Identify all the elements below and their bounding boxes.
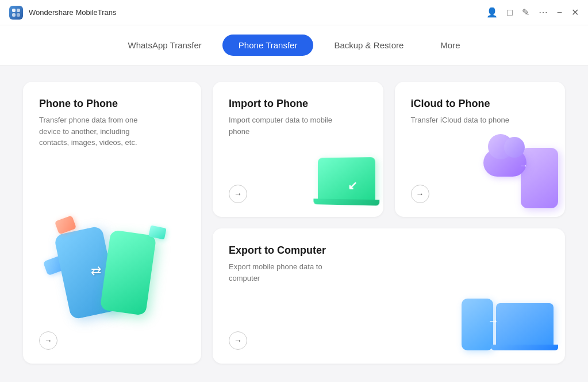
- nav-bar: WhatsApp Transfer Phone Transfer Backup …: [0, 25, 588, 66]
- card-icloud-to-phone[interactable]: iCloud to Phone Transfer iCloud data to …: [395, 82, 566, 217]
- svg-rect-1: [17, 9, 20, 12]
- nav-backup-restore[interactable]: Backup & Restore: [318, 35, 420, 56]
- transfer-arrow-icon: ⇄: [91, 263, 101, 278]
- card-import-arrow[interactable]: →: [229, 185, 247, 203]
- close-icon[interactable]: ✕: [571, 7, 579, 18]
- user-icon[interactable]: 👤: [486, 7, 498, 18]
- main-content: Phone to Phone Transfer phone data from …: [0, 66, 588, 380]
- card-phone-to-phone-desc: Transfer phone data from one device to a…: [39, 114, 143, 148]
- card-phone-to-phone-title: Phone to Phone: [39, 98, 185, 110]
- card-export-title: Export to Computer: [229, 245, 549, 257]
- card-phone-to-phone[interactable]: Phone to Phone Transfer phone data from …: [23, 82, 201, 364]
- app-icon: [9, 6, 23, 20]
- card-export-to-computer[interactable]: Export to Computer Export mobile phone d…: [213, 228, 565, 364]
- titlebar-controls: 👤 □ ✎ ⋯ − ✕: [486, 7, 579, 18]
- phone-illustration-green: [100, 230, 157, 316]
- nav-whatsapp-transfer[interactable]: WhatsApp Transfer: [112, 35, 217, 56]
- export-laptop-screen: [496, 303, 554, 345]
- card-icloud-title: iCloud to Phone: [411, 98, 549, 110]
- nav-more[interactable]: More: [424, 35, 476, 56]
- icloud-phone: [521, 148, 558, 208]
- card-export-arrow[interactable]: →: [229, 331, 247, 350]
- title-bar: Wondershare MobileTrans 👤 □ ✎ ⋯ − ✕: [0, 0, 588, 25]
- nav-phone-transfer[interactable]: Phone Transfer: [222, 35, 314, 56]
- export-laptop-base: [491, 345, 558, 350]
- svg-rect-2: [12, 13, 16, 17]
- laptop-arrow-icon: ↙: [347, 178, 357, 192]
- card-import-title: Import to Phone: [229, 98, 367, 110]
- card-export-desc: Export mobile phone data to computer: [229, 261, 332, 284]
- top-row: Import to Phone Import computer data to …: [213, 82, 565, 217]
- icloud-illustration: →: [483, 145, 558, 208]
- svg-rect-3: [17, 13, 20, 17]
- card-import-desc: Import computer data to mobile phone: [229, 114, 332, 137]
- minimize-icon[interactable]: −: [557, 7, 562, 18]
- app-title: Wondershare MobileTrans: [29, 8, 116, 17]
- import-illustration: ↙: [300, 145, 375, 208]
- window-icon[interactable]: □: [507, 7, 513, 18]
- laptop-screen: [318, 157, 375, 200]
- card-icloud-desc: Transfer iCloud data to phone: [411, 114, 514, 126]
- right-column: Import to Phone Import computer data to …: [213, 82, 565, 364]
- card-import-to-phone[interactable]: Import to Phone Import computer data to …: [213, 82, 383, 217]
- export-arrow-icon: →: [487, 314, 499, 327]
- menu-icon[interactable]: ⋯: [539, 7, 548, 18]
- laptop-base: [313, 198, 379, 205]
- cloud-to-phone-arrow: →: [519, 161, 528, 171]
- cloud-bubble-2: [504, 137, 525, 158]
- bottom-row: Export to Computer Export mobile phone d…: [213, 228, 565, 364]
- edit-icon[interactable]: ✎: [522, 7, 529, 18]
- card-icloud-arrow[interactable]: →: [411, 185, 429, 203]
- export-illustration: →: [456, 292, 554, 355]
- title-bar-left: Wondershare MobileTrans: [9, 6, 116, 20]
- svg-rect-0: [12, 9, 16, 12]
- card-phone-to-phone-arrow[interactable]: →: [39, 331, 57, 350]
